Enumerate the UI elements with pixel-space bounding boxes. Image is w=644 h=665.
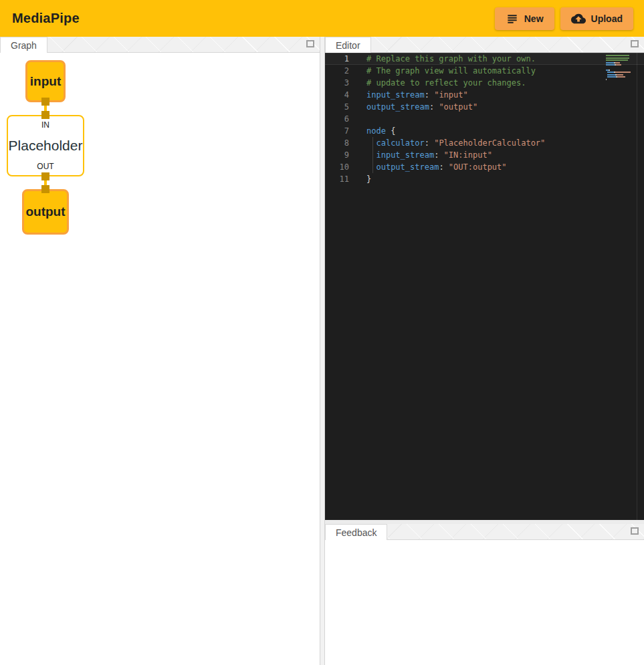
- graph-panel: Graph input IN Placeholder OUT output: [0, 37, 320, 665]
- app-header: MediaPipe New Upload: [0, 0, 644, 37]
- app-title: MediaPipe: [12, 11, 80, 26]
- code-line[interactable]: 11}: [325, 173, 644, 185]
- feedback-tab-strip: Feedback: [325, 524, 644, 540]
- tab-graph[interactable]: Graph: [0, 37, 47, 53]
- crop-square-icon[interactable]: [631, 40, 639, 47]
- new-button[interactable]: New: [495, 7, 554, 30]
- graph-node-input-label: input: [30, 74, 61, 89]
- port-placeholder-in: [41, 111, 49, 119]
- panel-splitter[interactable]: [320, 37, 325, 665]
- tab-editor[interactable]: Editor: [325, 37, 371, 53]
- upload-button[interactable]: Upload: [560, 7, 633, 30]
- editor-tab-strip: Editor: [325, 37, 644, 53]
- placeholder-out-label: OUT: [37, 162, 53, 171]
- main-area: Graph input IN Placeholder OUT output: [0, 37, 644, 665]
- graph-node-output-label: output: [25, 205, 65, 219]
- graph-node-placeholder[interactable]: IN Placeholder OUT: [7, 115, 84, 176]
- new-button-label: New: [524, 13, 544, 24]
- code-editor[interactable]: 1# Replace this graph with your own.2# T…: [325, 53, 644, 520]
- upload-button-label: Upload: [591, 13, 623, 24]
- graph-node-placeholder-label: Placeholder: [9, 138, 83, 154]
- code-line[interactable]: 7node {: [325, 125, 644, 137]
- code-line[interactable]: 2# The graph view will automatically: [325, 65, 644, 77]
- code-line[interactable]: 4input_stream: "input": [325, 89, 644, 101]
- editor-minimap[interactable]: [606, 55, 634, 82]
- port-placeholder-out: [41, 172, 49, 180]
- tab-feedback-label: Feedback: [336, 527, 377, 538]
- right-column: Editor 1# Replace this graph with your o…: [325, 37, 644, 665]
- feedback-panel: Feedback: [325, 524, 644, 665]
- code-line[interactable]: 3# update to reflect your changes.: [325, 77, 644, 89]
- header-actions: New Upload: [495, 7, 633, 30]
- code-line[interactable]: 5output_stream: "output": [325, 101, 644, 113]
- graph-canvas[interactable]: input IN Placeholder OUT output: [0, 53, 320, 665]
- graph-node-output[interactable]: output: [22, 189, 69, 235]
- cloud-upload-icon: [571, 11, 586, 26]
- graph-node-input[interactable]: input: [25, 60, 66, 102]
- placeholder-in-label: IN: [41, 120, 49, 130]
- indent-guide: [372, 137, 373, 173]
- port-output-in: [41, 185, 49, 193]
- port-input-out: [41, 98, 49, 106]
- feedback-body: [325, 540, 644, 665]
- code-line[interactable]: 1# Replace this graph with your own.: [325, 53, 644, 65]
- code-line[interactable]: 6: [325, 113, 644, 125]
- tab-graph-label: Graph: [11, 40, 37, 51]
- graph-tab-strip: Graph: [0, 37, 320, 53]
- crop-square-icon[interactable]: [306, 40, 314, 47]
- editor-panel: Editor 1# Replace this graph with your o…: [325, 37, 644, 520]
- tab-feedback[interactable]: Feedback: [325, 524, 387, 540]
- crop-square-icon[interactable]: [631, 527, 639, 535]
- subject-lines-icon: [506, 12, 519, 25]
- tab-editor-label: Editor: [336, 40, 360, 51]
